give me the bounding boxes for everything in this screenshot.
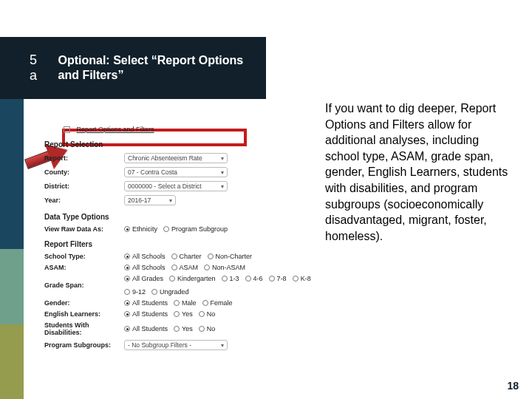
chevron-down-icon: ▾ <box>221 342 224 349</box>
radio-option[interactable]: 4-6 <box>245 275 263 282</box>
swd-radios: All StudentsYesNo <box>124 325 318 332</box>
report-label: Report: <box>44 154 124 162</box>
district-select[interactable]: 0000000 - Select a District▾ <box>124 181 228 191</box>
report-select[interactable]: Chronic Absenteeism Rate▾ <box>124 153 228 163</box>
gender-label: Gender: <box>44 299 124 307</box>
radio-icon <box>171 253 177 259</box>
view-raw-label: View Raw Data As: <box>44 225 124 233</box>
radio-label: 4-6 <box>253 275 263 282</box>
radio-icon <box>245 276 251 282</box>
section-data-type: Data Type Options <box>44 213 318 221</box>
radio-icon <box>169 276 175 282</box>
district-label: District: <box>44 183 124 190</box>
radio-option[interactable]: No <box>199 310 216 318</box>
radio-label: Ungraded <box>160 288 189 296</box>
radio-label: Non-Charter <box>216 253 253 260</box>
gender-radios: All StudentsMaleFemale <box>124 299 318 307</box>
radio-label: All Students <box>132 299 168 307</box>
radio-option[interactable]: Charter <box>171 253 202 260</box>
radio-label: K-8 <box>301 275 311 282</box>
radio-option[interactable]: 9-12 <box>124 288 146 296</box>
radio-icon <box>199 311 205 317</box>
radio-label: All Grades <box>132 275 163 282</box>
grade-span-label: Grade Span: <box>44 282 124 289</box>
radio-icon <box>124 253 130 259</box>
radio-icon <box>174 311 180 317</box>
chevron-down-icon: ▾ <box>169 197 172 204</box>
radio-icon <box>124 326 130 332</box>
radio-option[interactable]: Non-ASAM <box>204 264 245 271</box>
chevron-down-icon: ▾ <box>221 155 224 162</box>
radio-icon <box>124 311 130 317</box>
radio-option[interactable]: 7-8 <box>269 275 287 282</box>
radio-label: No <box>207 310 216 318</box>
radio-label: Male <box>182 299 197 307</box>
radio-label: Yes <box>182 325 193 332</box>
el-radios: All StudentsYesNo <box>124 310 318 318</box>
program-subgroups-select[interactable]: - No Subgroup Filters -▾ <box>124 340 228 350</box>
section-report-filters: Report Filters <box>44 240 318 248</box>
section-report-selection: Report Selection <box>44 140 318 149</box>
radio-icon <box>199 326 205 332</box>
radio-label: ASAM <box>180 264 199 271</box>
decorative-left-band <box>0 99 24 399</box>
slide-body-text: If you want to dig deeper, Report Option… <box>325 100 510 244</box>
radio-option[interactable]: Yes <box>174 310 193 318</box>
radio-option[interactable]: ASAM <box>171 264 199 271</box>
radio-option[interactable]: Female <box>202 299 233 307</box>
radio-option[interactable]: All Students <box>124 325 168 332</box>
program-subgroups-label: Program Subgroups: <box>44 341 124 349</box>
radio-option[interactable]: K-8 <box>293 275 311 282</box>
radio-label: Ethnicity <box>132 225 157 233</box>
radio-icon <box>293 276 299 282</box>
radio-icon <box>222 276 228 282</box>
view-raw-radios: EthnicityProgram Subgroup <box>124 225 318 233</box>
radio-icon <box>204 265 210 270</box>
radio-icon <box>124 300 130 306</box>
radio-option[interactable]: No <box>199 325 216 332</box>
radio-label: Yes <box>182 310 193 318</box>
radio-icon <box>124 226 130 232</box>
slide-title: Optional: Select “Report Options and Fil… <box>58 53 266 83</box>
radio-option[interactable]: All Schools <box>124 264 166 271</box>
radio-label: Program Subgroup <box>171 225 228 233</box>
radio-option[interactable]: Non-Charter <box>208 253 253 260</box>
radio-option[interactable]: Kindergarten <box>169 275 216 282</box>
radio-option[interactable]: All Schools <box>124 253 166 260</box>
county-select[interactable]: 07 - Contra Costa▾ <box>124 167 228 177</box>
radio-option[interactable]: Yes <box>174 325 193 332</box>
report-options-filters-link[interactable]: Report Options and Filters <box>77 126 154 133</box>
radio-label: All Schools <box>132 253 166 260</box>
radio-label: Kindergarten <box>177 275 216 282</box>
radio-icon <box>124 276 130 282</box>
county-label: County: <box>44 168 124 176</box>
radio-option[interactable]: Male <box>174 299 197 307</box>
radio-label: All Students <box>132 310 168 318</box>
grade-span-radios: All GradesKindergarten1-34-67-8K-89-12Un… <box>124 275 318 296</box>
el-label: English Learners: <box>44 310 124 318</box>
year-select[interactable]: 2016-17▾ <box>124 195 176 205</box>
radio-option[interactable]: All Grades <box>124 275 163 282</box>
radio-option[interactable]: All Students <box>124 299 168 307</box>
radio-icon <box>202 300 208 306</box>
radio-label: Female <box>211 299 233 307</box>
radio-option[interactable]: Program Subgroup <box>163 225 228 233</box>
radio-option[interactable]: Ungraded <box>151 288 189 296</box>
asam-radios: All SchoolsASAMNon-ASAM <box>124 264 318 271</box>
collapse-icon[interactable]: − <box>64 126 70 133</box>
radio-label: All Schools <box>132 264 166 271</box>
radio-option[interactable]: All Students <box>124 310 168 318</box>
radio-label: Non-ASAM <box>212 264 245 271</box>
radio-option[interactable]: 1-3 <box>222 275 239 282</box>
report-options-screenshot: − Report Options and Filters Report Sele… <box>44 126 318 354</box>
radio-icon <box>171 265 177 270</box>
page-number: 18 <box>507 380 519 392</box>
school-type-radios: All SchoolsCharterNon-Charter <box>124 253 318 260</box>
radio-option[interactable]: Ethnicity <box>124 225 157 233</box>
swd-label: Students With Disabilities: <box>44 321 124 336</box>
chevron-down-icon: ▾ <box>221 169 224 176</box>
radio-icon <box>174 300 180 306</box>
radio-label: 9-12 <box>132 288 146 296</box>
radio-icon <box>174 326 180 332</box>
radio-label: 7-8 <box>277 275 287 282</box>
